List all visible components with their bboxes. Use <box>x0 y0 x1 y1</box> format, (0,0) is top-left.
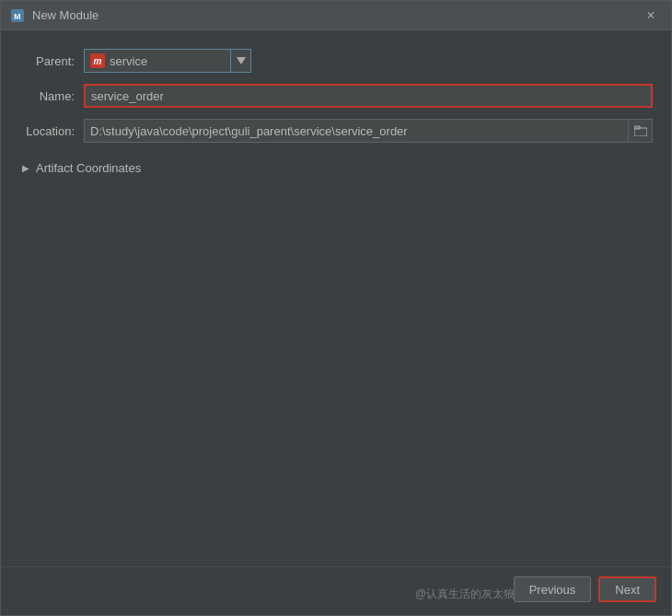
content-spacer <box>19 179 653 557</box>
parent-dropdown-button[interactable] <box>231 49 251 73</box>
svg-marker-2 <box>237 57 246 64</box>
next-button[interactable]: Next <box>598 576 656 602</box>
location-browse-button[interactable] <box>629 119 653 143</box>
maven-icon: m <box>90 53 105 68</box>
name-row: Name: <box>19 84 653 108</box>
dialog-content: Parent: m service Name: <box>1 30 671 566</box>
name-input[interactable] <box>84 84 653 108</box>
location-input[interactable] <box>84 119 629 143</box>
parent-value: service <box>110 54 147 68</box>
title-bar: M New Module × <box>1 1 671 30</box>
location-row: Location: <box>19 119 653 143</box>
parent-select-wrapper: m service <box>84 49 653 73</box>
location-control <box>84 119 653 143</box>
parent-control: m service <box>84 49 653 73</box>
previous-button[interactable]: Previous <box>514 576 592 602</box>
artifact-label: Artifact Coordinates <box>36 161 141 175</box>
parent-label: Parent: <box>19 54 84 68</box>
artifact-expand-arrow: ▶ <box>19 162 32 175</box>
dialog-icon: M <box>10 8 25 23</box>
location-label: Location: <box>19 124 84 138</box>
close-button[interactable]: × <box>640 5 662 27</box>
dialog-new-module: M New Module × Parent: m service <box>0 0 672 616</box>
parent-row: Parent: m service <box>19 49 653 73</box>
dialog-footer: Previous Next <box>1 566 671 615</box>
name-control <box>84 84 653 108</box>
name-label: Name: <box>19 89 84 103</box>
dialog-title: New Module <box>32 8 640 22</box>
artifact-coordinates-row[interactable]: ▶ Artifact Coordinates <box>19 157 653 179</box>
svg-text:M: M <box>14 12 21 21</box>
parent-display[interactable]: m service <box>84 49 231 73</box>
